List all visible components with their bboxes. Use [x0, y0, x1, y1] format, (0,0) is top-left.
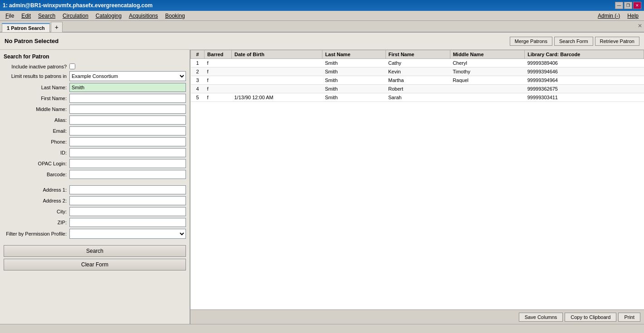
content-area: Search for Patron Include inactive patro…	[0, 50, 644, 324]
title-bar: 1: admin@BR1-winxpvmfx.phasefx.evergreen…	[0, 0, 644, 11]
merge-patrons-button[interactable]: Merge Patrons	[510, 37, 552, 46]
cell-first: Martha	[385, 76, 450, 85]
limit-results-label: Limit results to patrons in	[4, 73, 69, 79]
retrieve-patron-button[interactable]: Retrieve Patron	[595, 37, 639, 46]
tab-bar: 1 Patron Search + ✕	[0, 21, 644, 33]
cell-dob: 1/13/90 12:00 AM	[232, 93, 322, 102]
include-inactive-row: Include inactive patrons?	[4, 63, 186, 69]
cell-last: Smith	[322, 76, 385, 85]
print-button[interactable]: Print	[618, 313, 640, 322]
clear-form-button[interactable]: Clear Form	[4, 259, 186, 270]
phone-row: Phone:	[4, 137, 186, 146]
address2-row: Address 2:	[4, 196, 186, 205]
opac-login-label: OPAC Login:	[4, 161, 69, 166]
cell-first: Cathy	[385, 59, 450, 68]
minimize-button[interactable]: —	[615, 2, 623, 9]
col-header-num: #	[191, 50, 205, 59]
filter-permission-label: Filter by Permission Profile:	[4, 231, 69, 236]
menu-item-search[interactable]: Search	[34, 12, 59, 20]
address1-row: Address 1:	[4, 185, 186, 194]
last-name-input[interactable]	[69, 83, 186, 92]
cell-num: 3	[191, 76, 205, 85]
results-panel: # Barred Date of Birth Last Name First N…	[190, 50, 644, 324]
cell-barred: f	[205, 85, 232, 93]
opac-login-input[interactable]	[69, 159, 186, 168]
cell-barred: f	[205, 68, 232, 76]
email-input[interactable]	[69, 126, 186, 135]
table-row[interactable]: 4 f Smith Robert 99999362675	[191, 85, 644, 93]
menu-item-acquisitions[interactable]: Acquisitions	[125, 12, 161, 20]
restore-button[interactable]: ❒	[624, 2, 632, 9]
zip-label: ZIP:	[4, 220, 69, 225]
email-label: Email:	[4, 128, 69, 134]
menu-item-cataloging[interactable]: Cataloging	[92, 12, 125, 20]
barcode-row: Barcode:	[4, 170, 186, 179]
city-input[interactable]	[69, 207, 186, 216]
cell-dob	[232, 68, 322, 76]
filter-permission-row: Filter by Permission Profile:	[4, 229, 186, 239]
col-header-middle: Middle Name	[450, 50, 525, 59]
menu-item-file[interactable]: File	[2, 12, 18, 20]
menu-item-edit[interactable]: Edit	[18, 12, 34, 20]
alias-row: Alias:	[4, 116, 186, 125]
table-row[interactable]: 2 f Smith Kevin Timothy 99999394646	[191, 68, 644, 76]
table-header-row: # Barred Date of Birth Last Name First N…	[191, 50, 644, 59]
cell-barcode: 99999389406	[525, 59, 644, 68]
no-patron-label: No Patron Selected	[5, 38, 59, 44]
id-input[interactable]	[69, 148, 186, 157]
search-form-button[interactable]: Search Form	[554, 37, 593, 46]
zip-input[interactable]	[69, 218, 186, 227]
middle-name-label: Middle Name:	[4, 106, 69, 112]
city-label: City:	[4, 209, 69, 214]
header-row: No Patron Selected Merge Patrons Search …	[0, 33, 644, 50]
filter-permission-select[interactable]	[69, 229, 186, 239]
cell-num: 2	[191, 68, 205, 76]
barcode-input[interactable]	[69, 170, 186, 179]
cell-middle: Raquel	[450, 76, 525, 85]
help-menu[interactable]: Help	[624, 12, 642, 20]
cell-barred: f	[205, 76, 232, 85]
tab-patron-search[interactable]: 1 Patron Search	[2, 23, 50, 32]
last-name-row: Last Name:	[4, 83, 186, 92]
tab-add-button[interactable]: +	[51, 22, 63, 32]
include-inactive-checkbox[interactable]	[69, 63, 75, 69]
table-row[interactable]: 1 f Smith Cathy Cheryl 99999389406	[191, 59, 644, 68]
results-tbody: 1 f Smith Cathy Cheryl 99999389406 2 f S…	[191, 59, 644, 102]
patron-table: # Barred Date of Birth Last Name First N…	[190, 50, 644, 102]
cell-barcode: 99999362675	[525, 85, 644, 93]
cell-barred: f	[205, 93, 232, 102]
cell-barred: f	[205, 59, 232, 68]
alias-label: Alias:	[4, 117, 69, 123]
cell-middle	[450, 85, 525, 93]
address1-label: Address 1:	[4, 187, 69, 193]
menu-item-booking[interactable]: Booking	[161, 12, 188, 20]
search-form-panel: Search for Patron Include inactive patro…	[0, 50, 190, 324]
phone-input[interactable]	[69, 137, 186, 146]
status-bar	[0, 324, 644, 333]
search-button[interactable]: Search	[4, 245, 186, 257]
middle-name-input[interactable]	[69, 105, 186, 114]
limit-results-select[interactable]: Example Consortium	[69, 71, 186, 81]
address2-input[interactable]	[69, 196, 186, 205]
table-row[interactable]: 5 f 1/13/90 12:00 AM Smith Sarah 9999930…	[191, 93, 644, 102]
menu-item-circulation[interactable]: Circulation	[59, 12, 92, 20]
admin-menu[interactable]: Admin (-)	[594, 12, 624, 20]
cell-last: Smith	[322, 93, 385, 102]
close-button[interactable]: ✕	[633, 2, 641, 9]
limit-results-row: Limit results to patrons in Example Cons…	[4, 71, 186, 81]
cell-middle	[450, 93, 525, 102]
cell-dob	[232, 85, 322, 93]
table-row[interactable]: 3 f Smith Martha Raquel 99999394964	[191, 76, 644, 85]
middle-name-row: Middle Name:	[4, 105, 186, 114]
tab-close-icon[interactable]: ✕	[638, 23, 642, 29]
cell-barcode: 99999303411	[525, 93, 644, 102]
alias-input[interactable]	[69, 116, 186, 125]
cell-middle: Timothy	[450, 68, 525, 76]
barcode-label: Barcode:	[4, 172, 69, 177]
copy-clipboard-button[interactable]: Copy to Clipboard	[565, 313, 616, 322]
address1-input[interactable]	[69, 185, 186, 194]
cell-num: 4	[191, 85, 205, 93]
cell-first: Robert	[385, 85, 450, 93]
first-name-input[interactable]	[69, 94, 186, 103]
save-columns-button[interactable]: Save Columns	[519, 313, 563, 322]
